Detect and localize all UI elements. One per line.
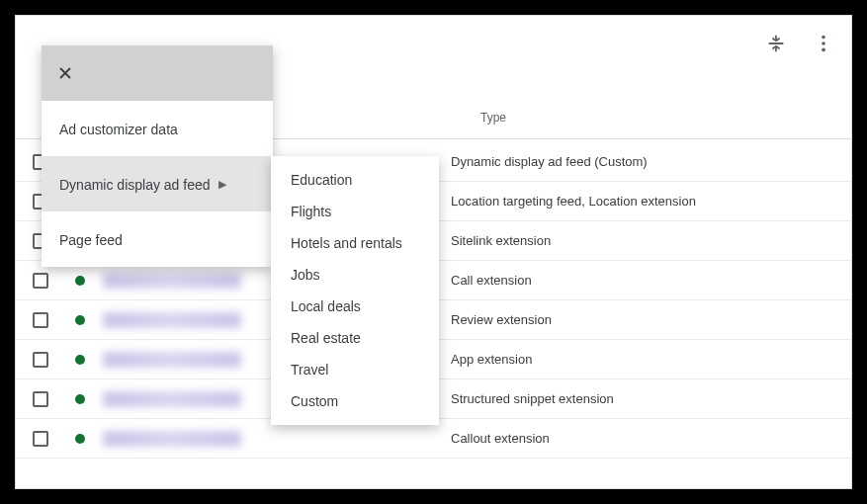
submenu-item[interactable]: Local deals (271, 291, 439, 322)
close-icon[interactable] (55, 63, 75, 83)
row-type-cell: Location targeting feed, Location extens… (451, 194, 851, 209)
row-name-blurred (103, 273, 241, 289)
status-dot-cell (65, 434, 95, 444)
data-feed-panel: Type Dynamic display ad feed (Custom) Lo… (15, 15, 852, 489)
row-checkbox-cell (16, 391, 65, 407)
row-checkbox-cell (16, 312, 65, 328)
status-dot-icon (75, 394, 85, 404)
more-icon[interactable] (812, 32, 835, 55)
svg-point-0 (822, 36, 825, 40)
dropdown-item[interactable]: Page feed (42, 211, 273, 267)
row-name-blurred (103, 391, 241, 407)
status-dot-cell (65, 394, 95, 404)
status-dot-icon (75, 434, 85, 444)
svg-point-2 (822, 48, 825, 52)
submenu-item[interactable]: Travel (271, 354, 439, 385)
row-type-cell: Call extension (451, 273, 851, 288)
row-name-blurred (103, 352, 241, 368)
status-dot-icon (75, 315, 85, 325)
submenu-item[interactable]: Education (271, 164, 439, 196)
submenu-item[interactable]: Custom (271, 385, 439, 417)
top-actions (764, 32, 835, 55)
status-dot-cell (65, 315, 95, 325)
dropdown-item-label: Ad customizer data (59, 122, 178, 137)
dropdown-item[interactable]: Ad customizer data (42, 101, 273, 156)
status-dot-cell (65, 355, 95, 365)
density-icon[interactable] (764, 32, 788, 55)
feed-type-dropdown: Ad customizer dataDynamic display ad fee… (42, 45, 273, 267)
column-header-type: Type (480, 111, 506, 125)
row-type-cell: Callout extension (451, 431, 851, 446)
chevron-right-icon: ▶ (218, 178, 226, 191)
row-name-cell (95, 431, 451, 447)
submenu-item[interactable]: Jobs (271, 259, 439, 291)
row-type-cell: App extension (451, 352, 851, 367)
table-row: Callout extension (16, 419, 851, 459)
row-name-blurred (103, 312, 241, 328)
row-checkbox[interactable] (33, 273, 48, 289)
status-dot-icon (75, 276, 85, 286)
dropdown-item[interactable]: Dynamic display ad feed▶ (42, 156, 273, 211)
row-checkbox[interactable] (33, 352, 48, 368)
row-checkbox[interactable] (33, 431, 48, 447)
dropdown-item-label: Page feed (59, 232, 123, 248)
submenu-item[interactable]: Hotels and rentals (271, 227, 439, 259)
dropdown-item-label: Dynamic display ad feed (59, 177, 211, 193)
row-type-cell: Dynamic display ad feed (Custom) (451, 154, 851, 169)
row-checkbox-cell (16, 273, 65, 289)
row-type-cell: Review extension (451, 312, 851, 327)
row-checkbox[interactable] (33, 312, 48, 328)
feed-subtype-submenu: EducationFlightsHotels and rentalsJobsLo… (271, 156, 439, 425)
svg-point-1 (822, 42, 825, 45)
submenu-item[interactable]: Flights (271, 196, 439, 227)
row-type-cell: Sitelink extension (451, 233, 851, 248)
row-checkbox[interactable] (33, 391, 48, 407)
status-dot-icon (75, 355, 85, 365)
row-type-cell: Structured snippet extension (451, 391, 851, 406)
row-checkbox-cell (16, 352, 65, 368)
submenu-item[interactable]: Real estate (271, 322, 439, 354)
status-dot-cell (65, 276, 95, 286)
row-checkbox-cell (16, 431, 65, 447)
row-name-blurred (103, 431, 241, 447)
dropdown-header (42, 45, 273, 101)
